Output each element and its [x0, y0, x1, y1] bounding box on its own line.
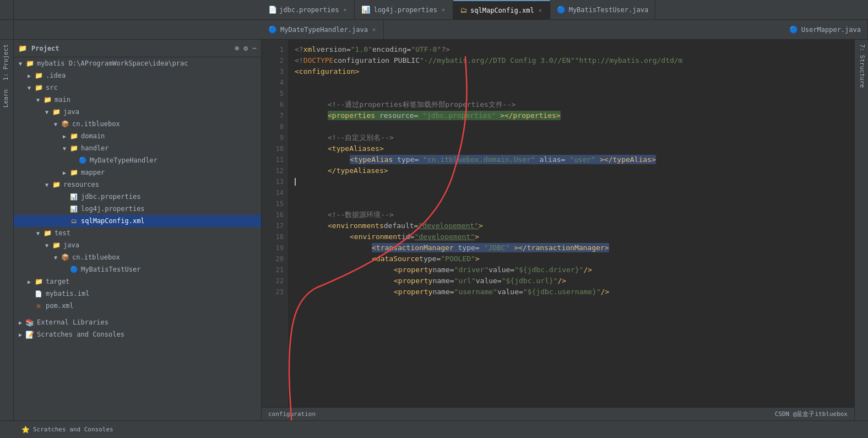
scratches-icon: 📝 — [25, 331, 35, 338]
favorites-icon: ⭐ — [21, 426, 30, 434]
tree-item-idea[interactable]: ▶ 📁 .idea — [14, 69, 261, 82]
arrow-target: ▶ — [25, 279, 34, 285]
editor-wrapper: 1 2 3 4 5 6 7 8 9 10 11 12 13 14 15 16 1 — [262, 40, 854, 420]
tree-item-iml[interactable]: 📄 mybatis.iml — [14, 288, 261, 300]
tree-item-target[interactable]: ▶ 📁 target — [14, 275, 261, 288]
arrow-idea: ▶ — [25, 73, 34, 79]
test-package-label: cn.itbluebox — [72, 253, 120, 261]
handler-folder-icon: 📁 — [69, 144, 79, 152]
tree-item-pom[interactable]: m pom.xml — [14, 300, 261, 312]
arrow-test-java: ▼ — [42, 242, 51, 248]
tab-mydatetype-label: MyDateTypeHandler.java — [280, 26, 368, 34]
jdbc-props-icon: 📊 — [69, 193, 79, 201]
tab-usermapper[interactable]: 🔵 UserMapper.java — [783, 20, 868, 39]
tree-item-main[interactable]: ▼ 📁 main — [14, 94, 261, 106]
tab-mybatis-label: MyBatisTestUser.java — [569, 6, 649, 14]
tree-item-mybatis-test-user[interactable]: 🔵 MyBatisTestUser — [14, 263, 261, 275]
tree-item-jdbc-props[interactable]: 📊 jdbc.properties — [14, 191, 261, 203]
arrow-test: ▼ — [34, 230, 42, 236]
gear-icon[interactable]: ⚙ — [243, 44, 248, 52]
log4j-file-icon: 📊 — [361, 6, 370, 14]
external-libs-icon: 📚 — [25, 318, 35, 326]
tab-jdbc-close[interactable]: ✕ — [342, 7, 348, 13]
code-line-23: <property name= "username" value= "${jdb… — [295, 286, 854, 298]
resources-label: resources — [63, 181, 99, 188]
tree-item-scratches[interactable]: ▶ 📝 Scratches and Consoles — [14, 328, 261, 340]
favorites-panel-item[interactable]: ⭐ Scratches and Consoles — [18, 426, 117, 434]
tab-log4j-close[interactable]: ✕ — [441, 7, 446, 13]
sidebar-item-structure[interactable]: 7: Structure — [855, 40, 868, 92]
tab-sqlmap-label: sqlMapConfig.xml — [470, 7, 534, 14]
sidebar-item-learn[interactable]: Learn — [0, 85, 13, 112]
code-line-20: <dataSource type= "POOLED" > — [295, 253, 854, 264]
sidebar-item-project[interactable]: 1: Project — [0, 40, 13, 85]
tree-item-mapper[interactable]: ▶ 📁 mapper — [14, 166, 261, 179]
jdbc-file-icon: 📄 — [268, 6, 276, 14]
code-line-10: <typeAliases> — [295, 143, 854, 154]
pom-icon: m — [34, 302, 44, 310]
tree-item-domain[interactable]: ▶ 📁 domain — [14, 130, 261, 142]
mybatis-file-icon: 🔵 — [557, 6, 566, 14]
tree-item-src[interactable]: ▼ 📁 src — [14, 82, 261, 94]
tree-item-test[interactable]: ▼ 📁 test — [14, 227, 261, 239]
tab-mybatis-test[interactable]: 🔵 MyBatisTestUser.java — [550, 0, 656, 19]
tree-item-mydatetype[interactable]: 🔵 MyDateTypeHandler — [14, 154, 261, 166]
sidebar: 📁 Project ⊕ ⚙ − ▼ 📁 mybatis D:\AProgramW… — [14, 40, 262, 420]
tab-mydatetype-close[interactable]: ✕ — [371, 26, 377, 33]
locate-icon[interactable]: ⊕ — [235, 44, 240, 52]
tab-jdbc[interactable]: 📄 jdbc.properties ✕ — [262, 0, 355, 19]
java-label: java — [63, 108, 79, 116]
mydatetype-java-icon: 🔵 — [78, 156, 88, 164]
tab-mydatetype[interactable]: 🔵 MyDateTypeHandler.java ✕ — [262, 20, 384, 39]
code-line-9: <!--自定义别名--> — [295, 132, 854, 143]
tree-item-external-libs[interactable]: ▶ 📚 External Libraries — [14, 316, 261, 328]
minimize-icon[interactable]: − — [252, 44, 257, 52]
code-editor[interactable]: <?xml version="1.0" encoding="UTF-8" ?> … — [288, 40, 854, 407]
code-line-11: <typeAlias type= "cn.itbluebox.domain.Us… — [295, 154, 854, 165]
arrow-src: ▼ — [25, 85, 34, 91]
tree-item-mybatis[interactable]: ▼ 📁 mybatis D:\AProgramWorkSpace\idea\pr… — [14, 57, 261, 69]
package-label: cn.itbluebox — [72, 120, 120, 128]
arrow-main: ▼ — [34, 97, 42, 103]
test-java-folder-icon: 📁 — [51, 241, 61, 249]
resources-folder-icon: 📁 — [51, 181, 61, 188]
domain-label: domain — [81, 132, 105, 140]
sidebar-header-icons: ⊕ ⚙ − — [235, 44, 257, 52]
arrow-mapper: ▶ — [60, 170, 69, 176]
arrow-package: ▼ — [51, 121, 60, 127]
code-line-12: </typeAliases> — [295, 165, 854, 176]
tree-item-handler[interactable]: ▼ 📁 handler — [14, 142, 261, 154]
tree-item-log4j-props[interactable]: 📊 log4j.properties — [14, 203, 261, 215]
target-folder-icon: 📁 — [34, 278, 44, 285]
code-line-8 — [295, 121, 854, 132]
target-label: target — [46, 278, 69, 285]
code-line-15 — [295, 198, 854, 209]
code-line-16: <!--数据源环境--> — [295, 209, 854, 220]
pom-label: pom.xml — [46, 302, 74, 310]
tree-item-resources[interactable]: ▼ 📁 resources — [14, 179, 261, 191]
tree-item-test-package[interactable]: ▼ 📦 cn.itbluebox — [14, 251, 261, 263]
log4j-props-label: log4j.properties — [81, 205, 145, 213]
external-libs-label: External Libraries — [37, 318, 109, 326]
src-label: src — [46, 84, 58, 91]
project-folder-icon: 📁 — [18, 44, 27, 52]
test-java-label: java — [63, 241, 79, 249]
iml-icon: 📄 — [34, 290, 44, 298]
tree-item-test-java[interactable]: ▼ 📁 java — [14, 239, 261, 251]
mapper-label: mapper — [81, 169, 105, 176]
main-folder-icon: 📁 — [42, 96, 52, 104]
tab-log4j-label: log4j.properties — [373, 6, 437, 14]
tab-sqlmap[interactable]: 🗂 sqlMapConfig.xml ✕ — [453, 0, 550, 19]
tree-item-java[interactable]: ▼ 📁 java — [14, 106, 261, 118]
tab-log4j[interactable]: 📊 log4j.properties ✕ — [355, 0, 453, 19]
arrow-external-libs: ▶ — [16, 320, 25, 326]
tab-sqlmap-close[interactable]: ✕ — [538, 7, 543, 13]
bottom-panel: ⭐ Scratches and Consoles — [0, 420, 868, 438]
tree-item-sqlmap[interactable]: 🗂 sqlMapConfig.xml — [14, 215, 261, 227]
mydatetype-file-label: MyDateTypeHandler — [90, 156, 158, 164]
arrow-resources: ▼ — [42, 182, 51, 188]
code-line-22: <property name= "url" value= "${jdbc.url… — [295, 275, 854, 286]
code-line-17: <environments default= "developement" > — [295, 220, 854, 231]
tree-item-package[interactable]: ▼ 📦 cn.itbluebox — [14, 118, 261, 130]
sqlmap-file-label: sqlMapConfig.xml — [81, 217, 145, 225]
